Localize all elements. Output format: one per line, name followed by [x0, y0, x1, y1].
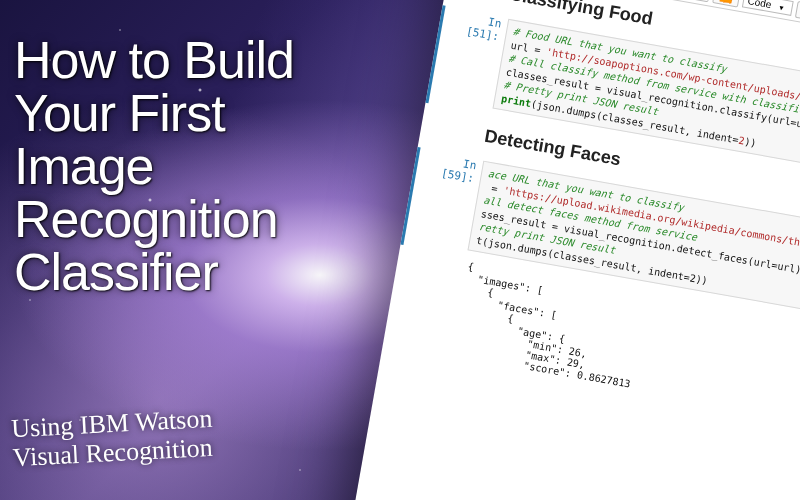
fast-forward-icon[interactable]: ⏩: [712, 0, 741, 8]
title-line-4: Recognition: [14, 193, 294, 246]
title-line-5: Classifier: [14, 246, 294, 299]
notebook-body: Classifying Food In [51]: # Food URL tha…: [380, 0, 800, 450]
title-line-1: How to Build: [14, 34, 294, 87]
command-palette-icon[interactable]: ⌘: [794, 1, 800, 22]
title-line-2: Your First: [14, 87, 294, 140]
prompt-empty: [427, 112, 488, 152]
title-line-3: Image: [14, 140, 294, 193]
overlay-subtitle: Using IBM Watson Visual Recognition: [11, 405, 215, 473]
jupyter-notebook: jupyter Watson Visual Recognition Last C…: [347, 0, 800, 500]
overlay-title: How to Build Your First Image Recognitio…: [14, 34, 294, 299]
restart-icon[interactable]: ↻: [687, 0, 711, 2]
